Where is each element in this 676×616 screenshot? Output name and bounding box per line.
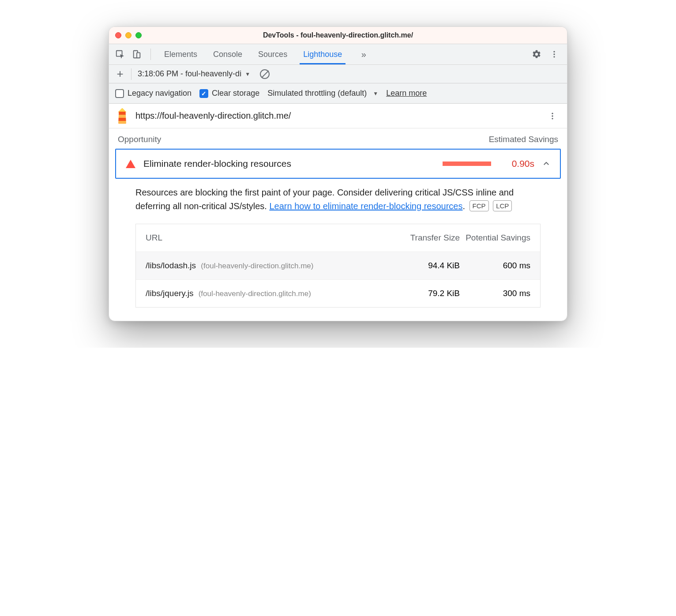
throttling-select[interactable]: Simulated throttling (default) ▼ [267, 89, 378, 98]
audit-savings-value: 0.90s [499, 158, 534, 169]
close-button[interactable] [115, 32, 121, 38]
more-menu-icon[interactable] [547, 47, 562, 62]
device-toolbar-icon[interactable] [129, 47, 144, 62]
svg-rect-2 [137, 53, 140, 58]
tab-sources[interactable]: Sources [256, 45, 289, 64]
report-select[interactable]: 3:18:06 PM - foul-heavenly-di ▼ [138, 69, 250, 79]
chevron-down-icon: ▼ [245, 71, 250, 77]
tab-elements[interactable]: Elements [162, 45, 199, 64]
report-url: https://foul-heavenly-direction.glitch.m… [135, 111, 538, 121]
svg-point-7 [552, 115, 553, 116]
tab-lighthouse[interactable]: Lighthouse [301, 45, 344, 64]
col-size: Transfer Size [389, 233, 460, 243]
audit-description: Resources are blocking the first paint o… [109, 186, 567, 224]
table-row: /libs/lodash.js (foul-heavenly-direction… [136, 252, 540, 279]
main-tabs-row: Elements Console Sources Lighthouse » [109, 44, 567, 65]
opportunity-label: Opportunity [118, 135, 161, 144]
col-url: URL [146, 233, 389, 243]
savings-bar [443, 162, 491, 166]
devtools-window: DevTools - foul-heavenly-direction.glitc… [109, 26, 567, 321]
lighthouse-toolbar: + 3:18:06 PM - foul-heavenly-di ▼ [109, 65, 567, 83]
resource-size: 94.4 KiB [389, 261, 460, 270]
col-savings: Potential Savings [460, 233, 530, 243]
legacy-navigation-checkbox[interactable]: Legacy navigation [115, 89, 192, 98]
table-header-row: URL Transfer Size Potential Savings [136, 224, 540, 252]
svg-point-6 [552, 113, 553, 114]
clear-reports-icon[interactable] [260, 69, 270, 79]
report-menu-icon[interactable] [545, 109, 560, 124]
new-report-button[interactable]: + [113, 67, 127, 81]
lighthouse-logo-icon [116, 108, 128, 124]
resources-table: URL Transfer Size Potential Savings /lib… [135, 224, 541, 308]
metric-tag-fcp: FCP [469, 200, 489, 211]
tab-strip: Elements Console Sources Lighthouse » [162, 45, 527, 64]
window-title: DevTools - foul-heavenly-direction.glitc… [109, 31, 567, 39]
audit-render-blocking[interactable]: Eliminate render-blocking resources 0.90… [115, 149, 561, 179]
svg-point-3 [553, 51, 555, 53]
window-controls [115, 32, 142, 38]
tab-console[interactable]: Console [211, 45, 244, 64]
divider [150, 49, 151, 60]
resource-path[interactable]: /libs/jquery.js [146, 289, 193, 298]
settings-icon[interactable] [529, 47, 544, 62]
metric-tag-lcp: LCP [493, 200, 512, 211]
fail-triangle-icon [126, 160, 135, 168]
audit-title: Eliminate render-blocking resources [143, 158, 435, 169]
chevron-up-icon [542, 160, 550, 168]
titlebar: DevTools - foul-heavenly-direction.glitc… [109, 27, 567, 44]
maximize-button[interactable] [135, 32, 142, 38]
checkbox-checked-icon: ✓ [199, 89, 208, 98]
minimize-button[interactable] [125, 32, 131, 38]
overflow-tabs-icon[interactable]: » [356, 47, 371, 62]
learn-more-link[interactable]: Learn more [386, 89, 427, 98]
resource-savings: 300 ms [460, 289, 530, 298]
estimated-savings-label: Estimated Savings [489, 135, 558, 144]
inspect-element-icon[interactable] [113, 47, 128, 62]
lighthouse-options-row: Legacy navigation ✓ Clear storage Simula… [109, 83, 567, 104]
clear-storage-label: Clear storage [212, 89, 259, 98]
report-url-bar: https://foul-heavenly-direction.glitch.m… [109, 104, 567, 128]
resource-host: (foul-heavenly-direction.glitch.me) [199, 289, 311, 298]
table-row: /libs/jquery.js (foul-heavenly-direction… [136, 279, 540, 307]
checkbox-icon [115, 89, 124, 98]
throttling-label: Simulated throttling (default) [267, 89, 367, 98]
svg-point-8 [552, 118, 553, 119]
resource-size: 79.2 KiB [389, 289, 460, 298]
divider [131, 68, 131, 80]
audit-desc-after: . [462, 201, 465, 211]
opportunity-section-header: Opportunity Estimated Savings [109, 128, 567, 149]
audit-desc-link[interactable]: Learn how to eliminate render-blocking r… [269, 201, 462, 211]
chevron-down-icon: ▼ [373, 90, 378, 97]
report-select-label: 3:18:06 PM - foul-heavenly-di [138, 69, 241, 79]
resource-savings: 600 ms [460, 261, 530, 270]
resource-host: (foul-heavenly-direction.glitch.me) [201, 262, 313, 270]
resource-path[interactable]: /libs/lodash.js [146, 261, 196, 270]
svg-point-5 [553, 56, 555, 57]
svg-point-4 [553, 53, 555, 55]
clear-storage-checkbox[interactable]: ✓ Clear storage [199, 89, 259, 98]
legacy-navigation-label: Legacy navigation [128, 89, 192, 98]
